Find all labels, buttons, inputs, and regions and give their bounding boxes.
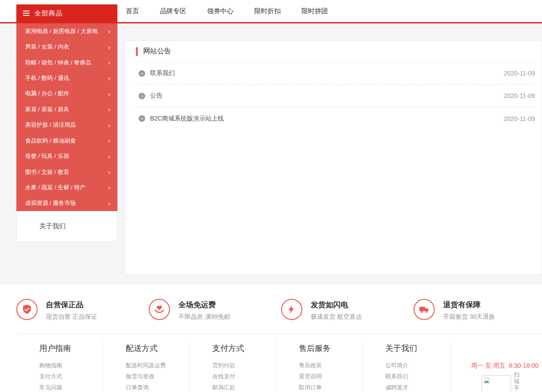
sidebar-category-shoes-bags[interactable]: 鞋帽 / 箱包 / 钟表 / 奢侈品 › xyxy=(16,55,117,70)
announcement-row[interactable]: › B2C商城系统版演示站上线 2020-11-09 xyxy=(135,107,535,130)
broken-image-icon xyxy=(483,377,490,384)
footer-link[interactable]: 购物指南 xyxy=(39,360,103,371)
feature-returns: 退货有保障 开箱验货 30天退换 xyxy=(414,299,495,321)
chevron-right-icon: › xyxy=(108,28,110,34)
panel-title-row: 网站公告 xyxy=(135,41,535,62)
all-products-button[interactable]: 全部商品 xyxy=(16,4,117,22)
category-label: 图书 / 文娱 / 教育 xyxy=(25,168,69,176)
qr-caption: 扫描手机访问 xyxy=(514,371,520,392)
sidebar-category-virtual[interactable]: 虚拟资源 / 服务市场 › xyxy=(16,196,117,211)
announcement-row[interactable]: › 公告 2020-11-09 xyxy=(135,85,535,107)
all-products-label: 全部商品 xyxy=(34,9,63,18)
sidebar-item-about-us[interactable]: 关于我们 xyxy=(16,211,117,241)
nav-item-coupons[interactable]: 领券中心 xyxy=(207,7,233,15)
footer-link[interactable]: 支付方式 xyxy=(39,371,103,382)
feature-genuine: 自营保正品 现货自营 正品保证 xyxy=(16,299,97,321)
chevron-right-icon: › xyxy=(108,169,110,175)
sidebar-category-baby-toys[interactable]: 母婴 / 玩具 / 乐器 › xyxy=(16,148,117,164)
footer-link[interactable]: 退货说明 xyxy=(299,371,362,382)
announcements-panel: 网站公告 › 联系我们 2020-11-09 › 公告 2020-11-09 ›… xyxy=(125,41,542,275)
sidebar-category-home[interactable]: 家居 / 家装 / 厨具 › xyxy=(16,102,117,117)
sidebar-category-fresh[interactable]: 水果 / 蔬菜 / 生鲜 / 特产 › xyxy=(16,180,117,195)
hamburger-icon xyxy=(23,11,30,16)
nav-item-brands[interactable]: 品牌专区 xyxy=(160,7,186,15)
announcement-link[interactable]: B2C商城系统版演示站上线 xyxy=(150,115,504,123)
announcement-link[interactable]: 联系我们 xyxy=(150,69,504,77)
chevron-right-icon: › xyxy=(108,44,110,50)
footer: 自营保正品 现货自营 正品保证 全场免运费 不限品类 满99免邮 发货如闪电 极… xyxy=(0,285,542,392)
feature-title: 自营保正品 xyxy=(46,300,97,310)
chevron-right-icon: › xyxy=(108,200,110,207)
category-label: 母婴 / 玩具 / 乐器 xyxy=(25,152,69,160)
announcement-date: 2020-11-09 xyxy=(504,92,535,99)
about-us-label: 关于我们 xyxy=(39,222,66,230)
announcement-date: 2020-11-09 xyxy=(504,115,535,122)
footer-link[interactable]: 在线支付 xyxy=(212,371,276,382)
footer-link[interactable]: 订单查询 xyxy=(126,382,189,392)
sidebar-category-books[interactable]: 图书 / 文娱 / 教育 › xyxy=(16,164,117,180)
footer-link[interactable]: 配送时间及运费 xyxy=(126,360,189,371)
main-nav: 首页 品牌专区 领券中心 限时折扣 限时拼团 xyxy=(126,0,328,22)
feature-subtitle: 现货自营 正品保证 xyxy=(46,313,97,321)
footer-link[interactable]: 售后政策 xyxy=(299,360,362,371)
category-label: 水果 / 蔬菜 / 生鲜 / 特产 xyxy=(25,184,86,192)
feature-free-shipping: 全场免运费 不限品类 满99免邮 xyxy=(149,299,230,321)
footer-column-title: 配送方式 xyxy=(126,343,189,354)
category-label: 电脑 / 办公 / 配件 xyxy=(25,90,69,98)
nav-item-home[interactable]: 首页 xyxy=(126,7,139,15)
footer-link[interactable]: 公司简介 xyxy=(385,360,449,371)
footer-link[interactable]: 常见问题 xyxy=(39,382,103,392)
footer-link[interactable]: 取消订单 xyxy=(299,382,362,392)
footer-column-payment: 支付方式 货到付款 在线支付 邮局汇款 xyxy=(189,334,276,392)
footer-link[interactable]: 邮局汇款 xyxy=(212,382,276,392)
chevron-right-icon: › xyxy=(108,106,110,113)
chevron-right-icon: › xyxy=(108,90,110,97)
truck-icon xyxy=(414,299,435,320)
announcement-row[interactable]: › 联系我们 2020-11-09 xyxy=(135,62,535,85)
category-label: 食品饮料 / 粮油副食 xyxy=(25,137,76,145)
qr-code-image xyxy=(482,375,511,392)
footer-column-title: 用户指南 xyxy=(39,343,103,354)
service-hours: 周一 至 周五 8:30-18:00 xyxy=(471,362,538,370)
nav-item-groupbuy[interactable]: 限时拼团 xyxy=(301,7,328,15)
chevron-right-icon: › xyxy=(108,59,110,66)
feature-subtitle: 不限品类 满99免邮 xyxy=(178,313,230,321)
circle-arrow-icon: › xyxy=(139,115,145,122)
sidebar-category-clothing[interactable]: 男装 / 女装 / 内衣 › xyxy=(16,39,117,54)
footer-link[interactable]: 货到付款 xyxy=(212,360,276,371)
column-divider xyxy=(276,340,276,392)
feature-title: 退货有保障 xyxy=(443,300,495,310)
category-label: 虚拟资源 / 服务市场 xyxy=(25,199,76,207)
chevron-right-icon: › xyxy=(108,122,110,128)
footer-link[interactable]: 验货与签收 xyxy=(126,371,189,382)
footer-column-user-guide: 用户指南 购物指南 支付方式 常见问题 xyxy=(16,334,103,392)
category-label: 手机 / 数码 / 通讯 xyxy=(25,74,69,82)
announcement-date: 2020-11-09 xyxy=(504,70,535,77)
feature-fast-delivery: 发货如闪电 极速发货 航空直达 xyxy=(281,299,362,321)
heart-hands-icon xyxy=(149,299,170,320)
nav-item-discount[interactable]: 限时折扣 xyxy=(254,7,281,15)
sidebar-category-phones[interactable]: 手机 / 数码 / 通讯 › xyxy=(16,70,117,86)
sidebar-category-computers[interactable]: 电脑 / 办公 / 配件 › xyxy=(16,86,117,102)
column-divider xyxy=(189,340,190,392)
footer-column-title: 支付方式 xyxy=(212,343,276,354)
footer-link[interactable]: 联系我们 xyxy=(385,371,449,382)
feature-subtitle: 极速发货 航空直达 xyxy=(311,313,362,321)
chevron-right-icon: › xyxy=(108,75,110,81)
column-divider xyxy=(362,340,363,392)
sidebar-category-food[interactable]: 食品饮料 / 粮油副食 › xyxy=(16,133,117,148)
sidebar-category-appliances[interactable]: 家用电器 / 厨房电器 / 大家电 › xyxy=(16,23,117,39)
footer-link[interactable]: 诚聘英才 xyxy=(385,382,449,392)
shield-check-icon xyxy=(16,299,38,320)
category-label: 男装 / 女装 / 内衣 xyxy=(25,43,69,51)
sidebar-category-beauty[interactable]: 美容护肤 / 清洁用品 › xyxy=(16,117,117,133)
footer-column-about: 关于我们 公司简介 联系我们 诚聘英才 xyxy=(362,334,449,392)
footer-column-delivery: 配送方式 配送时间及运费 验货与签收 订单查询 xyxy=(103,334,189,392)
announcement-link[interactable]: 公告 xyxy=(150,92,504,100)
service-features: 自营保正品 现货自营 正品保证 全场免运费 不限品类 满99免邮 发货如闪电 极… xyxy=(16,285,542,334)
page-title: 网站公告 xyxy=(143,47,171,56)
footer-column-title: 售后服务 xyxy=(299,343,362,354)
footer-column-title: 关于我们 xyxy=(385,343,449,354)
chevron-right-icon: › xyxy=(108,137,110,144)
column-divider xyxy=(451,340,451,392)
